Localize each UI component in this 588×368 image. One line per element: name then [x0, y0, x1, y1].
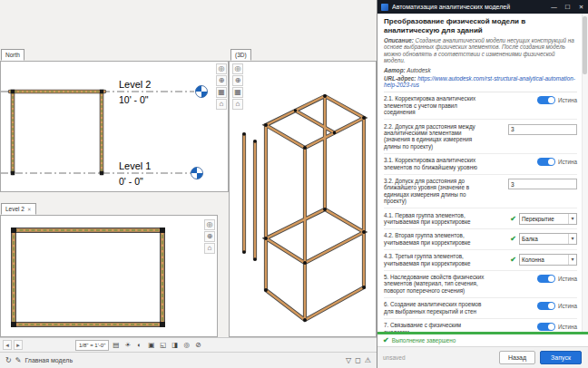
- element-group-select[interactable]: Балка ▾: [519, 233, 577, 245]
- setting-row-4-1: 4.1. Первая группа элементов, учитываема…: [384, 208, 577, 229]
- toggle-knob: [548, 324, 554, 330]
- steering-wheel-icon[interactable]: ◎: [216, 63, 227, 74]
- level-1-elevation[interactable]: 0' - 0": [119, 176, 143, 187]
- tolerance-input[interactable]: [508, 179, 577, 189]
- temporary-hide-icon[interactable]: ◨: [170, 339, 180, 351]
- dialog-content: Преобразование физической модели в анали…: [377, 14, 588, 332]
- grid-icon[interactable]: ▦: [216, 87, 227, 98]
- element-group-select[interactable]: Перекрытие ▾: [519, 213, 577, 225]
- toggle-switch[interactable]: [537, 302, 555, 310]
- shadows-icon[interactable]: ◐: [134, 339, 144, 351]
- crop-view-icon[interactable]: ▣: [146, 339, 156, 351]
- view-control-bar: ◂ ▸ 1/8" = 1'-0" ▤ ☀ ◐ ▣ ◱ ◨ ◎ ⊘: [0, 337, 377, 352]
- sun-path-icon[interactable]: ☀: [122, 339, 132, 351]
- steering-wheel-icon[interactable]: ◎: [232, 63, 243, 74]
- settings-list: 2.1. Корректировка аналитических элемент…: [384, 92, 577, 332]
- toggle-state-label: Истина: [558, 276, 577, 282]
- view-tab-3d[interactable]: (3D): [230, 49, 251, 61]
- tolerance-input[interactable]: [508, 124, 577, 135]
- author-label: Автор:: [384, 67, 406, 73]
- setting-row-2-1: 2.1. Корректировка аналитических элемент…: [384, 92, 577, 120]
- setting-label: 4.3. Третья группа элементов, учитываема…: [384, 253, 486, 266]
- visual-style-icon[interactable]: ▤: [111, 339, 121, 351]
- completion-status: ✔ Выполнение завершено: [377, 334, 588, 346]
- close-button[interactable]: ✕: [574, 0, 588, 14]
- grid-icon[interactable]: ▦: [232, 87, 243, 98]
- column-node[interactable]: [160, 228, 165, 233]
- author-value: Autodesk: [407, 67, 430, 73]
- setting-label: 2.2. Допуск для расстояния между аналити…: [384, 123, 486, 150]
- setting-row-4-2: 4.2. Вторая группа элементов, учитываема…: [384, 229, 577, 250]
- warning-icon[interactable]: ⚠: [365, 356, 371, 364]
- close-tab-icon[interactable]: ✕: [27, 207, 32, 212]
- zoom-icon[interactable]: ⊕: [216, 75, 227, 86]
- toggle-knob: [548, 276, 554, 282]
- sync-icon[interactable]: ↻: [5, 356, 12, 364]
- maximize-button[interactable]: ☐: [561, 0, 574, 14]
- dialog-scrollbar[interactable]: [582, 14, 588, 332]
- select-toggle-icon[interactable]: ◻: [355, 356, 361, 364]
- frame-members[interactable]: [10, 92, 104, 173]
- level-2-label[interactable]: Level 2: [119, 79, 151, 90]
- level-1-head-icon[interactable]: [191, 168, 203, 179]
- node-dot: [11, 171, 15, 175]
- frame-members[interactable]: [244, 96, 364, 320]
- crop-region-icon[interactable]: ◱: [158, 339, 168, 351]
- level-2-elevation[interactable]: 10' - 0": [119, 94, 149, 105]
- navigation-bar-plan: ◎ ⊕ ⌂: [204, 219, 215, 254]
- dialog-icon: [381, 4, 388, 11]
- setting-label: 7. Связывание с физическим аналогом: [384, 322, 486, 332]
- setting-label: 3.1. Корректировка аналитических элемент…: [384, 157, 486, 170]
- setting-row-3-2: 3.2. Допуск для расстояния до ближайшего…: [384, 175, 577, 209]
- chevron-down-icon: ▾: [568, 214, 576, 224]
- constraints-icon[interactable]: ⊘: [193, 339, 203, 351]
- reveal-hidden-icon[interactable]: ◎: [181, 339, 191, 351]
- setting-row-7: 7. Связывание с физическим аналогом Исти…: [384, 319, 577, 332]
- select-value: Балка: [520, 236, 568, 242]
- viewport-elevation-north[interactable]: Level 2 10' - 0" Level 1 0' - 0": [0, 61, 229, 192]
- viewport-3d[interactable]: [229, 61, 377, 337]
- edit-icon[interactable]: ✎: [15, 356, 22, 364]
- toggle-switch[interactable]: [537, 96, 555, 104]
- level-2-head-icon[interactable]: [196, 86, 208, 98]
- toggle-switch[interactable]: [537, 275, 555, 283]
- zoom-icon[interactable]: ⊕: [232, 75, 243, 86]
- home-icon[interactable]: ⌂: [204, 243, 215, 254]
- scroll-left-icon[interactable]: ◂: [3, 340, 12, 350]
- filter-icon[interactable]: ▽: [346, 356, 351, 364]
- minimize-button[interactable]: —: [547, 0, 561, 14]
- toggle-state-label: Истина: [558, 324, 577, 330]
- element-group-select[interactable]: Колонна ▾: [519, 254, 577, 266]
- column-node[interactable]: [11, 322, 16, 327]
- column-node[interactable]: [11, 228, 16, 233]
- home-icon[interactable]: ⌂: [216, 99, 227, 110]
- scroll-right-icon[interactable]: ▸: [14, 340, 23, 350]
- setting-label: 4.1. Первая группа элементов, учитываема…: [384, 212, 486, 226]
- view-tab-level2[interactable]: Level 2 ✕: [1, 203, 36, 215]
- plan-frame-members[interactable]: [14, 230, 162, 324]
- home-icon[interactable]: ⌂: [232, 99, 243, 110]
- select-value: Перекрытие: [520, 216, 568, 222]
- view-scale-select[interactable]: 1/8" = 1'-0": [75, 340, 109, 351]
- view-tab-north[interactable]: North: [1, 49, 24, 61]
- frame-outline: [10, 92, 104, 173]
- column-node[interactable]: [160, 322, 165, 327]
- chevron-down-icon: ▾: [568, 255, 576, 265]
- setting-label: 6. Создание аналитических проемов для вы…: [384, 301, 486, 315]
- check-icon: ✔: [510, 235, 516, 243]
- plan-drawing: [1, 216, 217, 336]
- toggle-switch[interactable]: [537, 323, 555, 331]
- level-1-label[interactable]: Level 1: [119, 160, 151, 171]
- back-button[interactable]: Назад: [499, 351, 535, 364]
- scrollbar-thumb[interactable]: [583, 16, 587, 74]
- dialog-title-bar: Автоматизация аналитических моделей — ☐ …: [377, 0, 588, 14]
- select-value: Колонна: [520, 257, 568, 263]
- unsaved-label: unsaved: [383, 354, 495, 361]
- viewport-plan-level2[interactable]: [0, 215, 218, 337]
- toggle-switch[interactable]: [537, 158, 555, 166]
- zoom-icon[interactable]: ⊕: [204, 231, 215, 242]
- run-button[interactable]: Запуск: [540, 351, 582, 364]
- script-title: Преобразование физической модели в анали…: [384, 17, 577, 34]
- toggle-state-label: Истина: [558, 97, 577, 103]
- steering-wheel-icon[interactable]: ◎: [204, 219, 215, 230]
